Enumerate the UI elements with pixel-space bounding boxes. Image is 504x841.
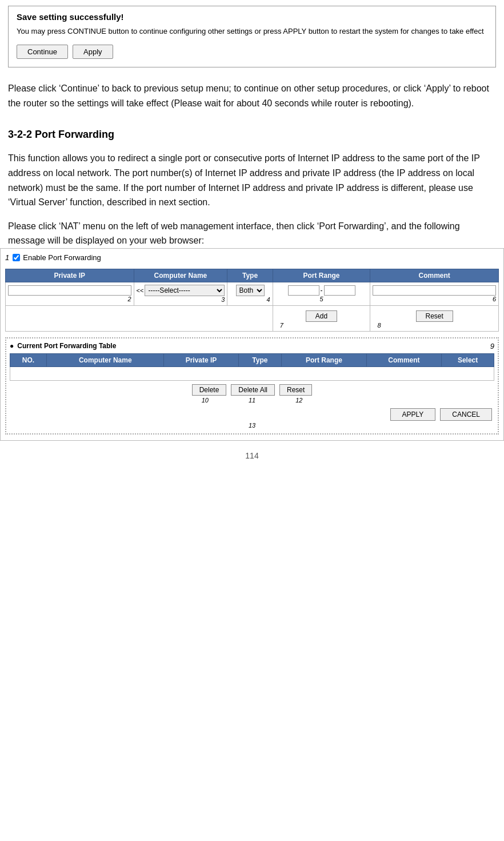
num-6: 6 — [373, 296, 496, 302]
port-range-from[interactable] — [288, 285, 319, 296]
num-7: 7 — [275, 322, 368, 329]
reset-btn: Reset — [373, 310, 496, 322]
apply-cancel-row: APPLY CANCEL — [10, 408, 494, 421]
pf-input-row: 2 << -----Select----- 3 Both — [6, 282, 499, 305]
type-select[interactable]: Both TCP UDP — [236, 285, 265, 296]
enable-pf-row: Enable Port Forwarding — [13, 253, 499, 266]
current-pf-table: NO. Computer Name Private IP Type Port R… — [10, 353, 494, 381]
num-8: 8 — [373, 322, 496, 329]
body-text-3: Please click ‘NAT’ menu on the left of w… — [8, 219, 496, 248]
section-heading: 3-2-2 Port Forwarding — [8, 129, 496, 141]
type-cell: Both TCP UDP 4 — [227, 282, 273, 305]
cpf-col-type: Type — [238, 353, 282, 366]
cpf-col-comment: Comment — [366, 353, 441, 366]
cpf-empty-row — [10, 366, 494, 380]
comment-cell: 6 — [370, 282, 499, 305]
cpf-left-btns: Delete Delete All Reset — [192, 384, 313, 396]
col-comment: Comment — [370, 269, 499, 282]
reset-button-2[interactable]: Reset — [279, 384, 312, 396]
body-text-2: This function allows you to redirect a s… — [8, 151, 496, 209]
num-4: 4 — [230, 296, 270, 303]
body-text-1: Please click ‘Continue’ to back to previ… — [8, 81, 496, 110]
port-forwarding-ui: 1 Enable Port Forwarding Private IP Comp… — [0, 248, 504, 441]
num-11: 11 — [249, 397, 255, 404]
bullet-icon: ● — [10, 342, 14, 350]
save-description: You may press CONTINUE button to continu… — [17, 26, 487, 37]
empty-cell — [6, 305, 273, 331]
computer-name-cell: << -----Select----- 3 — [134, 282, 227, 305]
save-success-box: Save setting successfully! You may press… — [8, 6, 496, 67]
save-button-row: Continue Apply — [17, 45, 487, 59]
col-private-ip: Private IP — [6, 269, 134, 282]
port-range-cell: - 5 — [273, 282, 370, 305]
cpf-empty-cell — [10, 366, 494, 380]
apply-button-bottom[interactable]: APPLY — [390, 408, 436, 421]
delete-button[interactable]: Delete — [192, 384, 227, 396]
add-btn-cell: Add 7 — [273, 305, 370, 331]
cpf-action-row: Delete Delete All Reset — [10, 384, 494, 396]
port-range-sep: - — [321, 286, 323, 294]
enable-pf-label[interactable]: Enable Port Forwarding — [13, 253, 499, 262]
cpf-col-private-ip: Private IP — [164, 353, 238, 366]
cpf-title-text: Current Port Forwarding Table — [17, 342, 116, 350]
enable-pf-checkbox[interactable] — [13, 254, 20, 261]
num-label-1: 1 — [5, 253, 9, 262]
add-reset-btns: Add — [275, 310, 368, 322]
add-button[interactable]: Add — [306, 310, 337, 322]
pf-input-table: Private IP Computer Name Type Port Range… — [5, 269, 499, 332]
num-3: 3 — [137, 296, 225, 303]
cpf-col-select: Select — [442, 353, 494, 366]
page-number: 114 — [0, 451, 504, 460]
cpf-title: ● Current Port Forwarding Table — [10, 342, 116, 350]
col-type: Type — [227, 269, 273, 282]
comment-input[interactable] — [373, 285, 496, 296]
num-10: 10 — [202, 397, 209, 404]
cpf-col-port-range: Port Range — [282, 353, 367, 366]
num-5: 5 — [275, 296, 368, 302]
computer-name-select[interactable]: -----Select----- — [145, 285, 225, 296]
col-computer-name: Computer Name — [134, 269, 227, 282]
current-pf-section: ● Current Port Forwarding Table 9 NO. Co… — [5, 337, 499, 435]
port-range-to[interactable] — [324, 285, 355, 296]
arrow-icon: << — [137, 287, 144, 294]
num-13: 13 — [10, 422, 494, 429]
cancel-button[interactable]: CANCEL — [440, 408, 492, 421]
col-port-range: Port Range — [273, 269, 370, 282]
reset-button-1[interactable]: Reset — [416, 310, 453, 322]
num-10-12-row: 10 11 12 — [10, 397, 494, 404]
num-9: 9 — [490, 342, 494, 350]
cpf-col-no: NO. — [10, 353, 47, 366]
apply-button-top[interactable]: Apply — [73, 45, 113, 59]
private-ip-input[interactable] — [8, 285, 131, 296]
enable-pf-text: Enable Port Forwarding — [23, 253, 101, 262]
save-title: Save setting successfully! — [17, 12, 487, 22]
continue-button[interactable]: Continue — [17, 45, 68, 59]
cpf-col-computer-name: Computer Name — [47, 353, 164, 366]
private-ip-cell: 2 — [6, 282, 134, 305]
pf-btn-row: Add 7 Reset 8 — [6, 305, 499, 331]
delete-all-button[interactable]: Delete All — [231, 384, 275, 396]
num-12: 12 — [295, 397, 302, 404]
reset-btn-cell: Reset 8 — [370, 305, 499, 331]
num-2: 2 — [8, 296, 131, 302]
